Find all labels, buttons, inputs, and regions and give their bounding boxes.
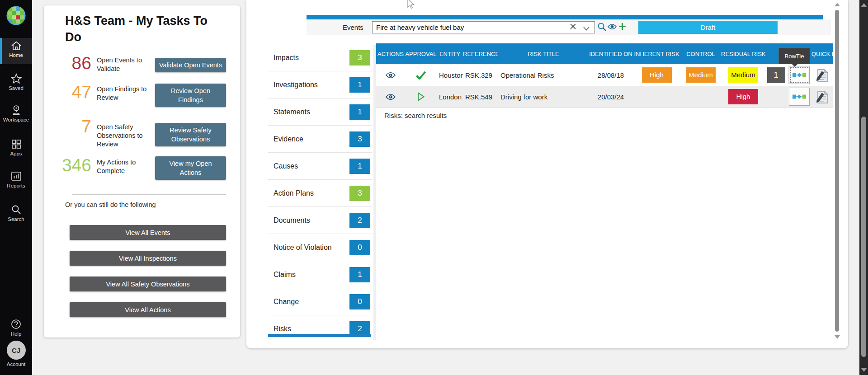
add-icon[interactable] [618,23,626,32]
review-open-findings-button[interactable]: Review Open Findings [155,84,226,107]
residual-risk-chip: Medium [728,67,758,83]
column-header-identified-on[interactable]: IDENTIFIED ON [589,51,633,57]
browser-scrollbar[interactable] [859,0,868,375]
column-header-quick-edit[interactable]: QUICK EDIT [811,51,833,57]
star-icon [11,73,22,84]
category-count-badge: 1 [349,267,370,282]
my-actions-count: 346 [44,156,91,174]
quick-edit-icon[interactable] [816,68,829,83]
task-row: 47 Open Findings to Review Review Open F… [44,83,240,111]
view-all-safety-observations-button[interactable]: View All Safety Observations [70,277,226,291]
category-statements[interactable]: Statements 1 [268,98,372,126]
validate-open-events-button[interactable]: Validate Open Events [155,58,226,72]
category-count-badge: 1 [349,159,370,174]
open-findings-count: 47 [44,83,91,101]
entity-cell: London [437,93,463,101]
scroll-down-icon[interactable] [835,335,840,339]
check-icon[interactable] [415,71,426,80]
category-label: Claims [268,271,296,279]
risk-title-cell: Driving for work [498,93,589,101]
clear-icon[interactable] [570,23,576,32]
draft-status-button[interactable]: Draft [638,21,778,34]
task-row: 346 My Actions to Complete View my Open … [44,156,240,183]
search-results-label: Risks: search results [376,108,833,123]
category-notice-of-violation[interactable]: Notice of Violation 0 [268,234,372,261]
scroll-up-icon[interactable] [861,3,867,7]
panel-scrollbar[interactable] [834,1,840,343]
reference-cell: RSK.549 [463,93,498,101]
play-icon[interactable] [417,92,425,102]
view-my-open-actions-button[interactable]: View my Open Actions [155,156,226,180]
scroll-down-icon[interactable] [861,368,867,372]
review-safety-observations-button[interactable]: Review Safety Observations [155,123,226,146]
table-header-row: ACTIONS APPROVAL ENTITY REFERENCE RISK T… [376,43,833,64]
sidebar-item-label: Help [11,331,22,337]
entity-cell: Houston [437,71,463,79]
category-change[interactable]: Change 0 [268,288,372,315]
sidebar-item-workspace[interactable]: Workspace [0,102,32,122]
search-icon[interactable] [597,22,607,33]
sidebar-item-search[interactable]: Search [0,202,32,222]
bowtie-button[interactable] [789,88,810,106]
events-panel: Events Draft Impacts 3 [246,0,848,348]
column-header-entity[interactable]: ENTITY [437,51,463,57]
column-header-reference[interactable]: REFERENCE [463,51,498,57]
bar-chart-icon [11,171,22,181]
column-header-risk-title[interactable]: RISK TITLE [498,51,589,57]
scrollbar-thumb[interactable] [835,10,839,332]
alt-section-text: Or you can still do the following [65,201,156,208]
column-header-actions[interactable]: ACTIONS [376,51,405,57]
sidebar-item-saved[interactable]: Saved [0,70,32,91]
task-label: Open Safety Observations to Review [97,123,152,149]
task-label: Open Findings to Review [97,85,152,102]
view-eye-icon[interactable] [386,94,396,100]
task-label: My Actions to Complete [97,158,152,175]
sidebar-item-help[interactable]: Help [0,316,32,337]
sidebar-item-label: Apps [10,151,22,156]
identified-on-cell: 28/08/18 [589,71,633,79]
identified-on-cell: 20/03/24 [589,93,633,101]
task-label: Open Events to Validate [97,56,152,73]
sidebar-item-reports[interactable]: Reports [0,169,32,188]
bowtie-tooltip: BowTie [778,48,810,64]
sidebar-item-label: Account [7,361,26,367]
column-header-approval[interactable]: APPROVAL [405,51,437,57]
map-pin-icon [11,105,22,115]
view-all-inspections-button[interactable]: View All Inspections [70,251,226,266]
app-logo-icon[interactable] [6,5,26,26]
category-action-plans[interactable]: Action Plans 3 [268,180,372,207]
category-impacts[interactable]: Impacts 3 [268,44,372,71]
quick-edit-icon[interactable] [816,89,829,104]
category-label: Impacts [268,54,299,62]
table-row[interactable]: London RSK.549 Driving for work 20/03/24… [376,86,833,108]
sidebar-item-home[interactable]: Home [0,38,32,64]
column-header-control[interactable]: CONTROL [680,51,721,57]
scroll-up-icon[interactable] [835,3,840,6]
scrollbar-thumb[interactable] [861,117,866,357]
sidebar: Home Saved Workspace Apps [0,0,32,375]
category-count-badge: 0 [349,294,370,309]
table-row[interactable]: Houston RSK.329 Operational Risks 28/08/… [376,64,833,86]
category-risks[interactable]: Risks 2 [268,315,372,342]
column-header-inherent-risk[interactable]: INHERENT RISK [633,51,680,57]
column-header-residual-risk[interactable]: RESIDUAL RISK [721,51,765,57]
sidebar-item-account[interactable]: CJ Account [0,338,32,367]
category-investigations[interactable]: Investigations 1 [268,71,372,98]
view-eye-icon[interactable] [386,72,396,79]
view-all-events-button[interactable]: View All Events [70,225,226,240]
category-label: Causes [268,162,298,170]
category-label: Evidence [268,135,303,143]
chevron-down-icon[interactable] [583,24,590,33]
category-evidence[interactable]: Evidence 3 [268,126,372,153]
category-label: Notice of Violation [268,244,332,252]
eye-icon[interactable] [608,23,617,32]
events-search-input[interactable] [372,21,595,33]
category-documents[interactable]: Documents 2 [268,207,372,234]
view-all-actions-button[interactable]: View All Actions [70,302,226,317]
category-claims[interactable]: Claims 1 [268,261,372,288]
risk-title-cell: Operational Risks [498,71,589,79]
sidebar-item-apps[interactable]: Apps [0,136,32,156]
category-causes[interactable]: Causes 1 [268,153,372,180]
user-avatar: CJ [7,341,26,360]
my-tasks-panel: H&S Team - My Tasks To Do 86 Open Events… [44,5,240,338]
